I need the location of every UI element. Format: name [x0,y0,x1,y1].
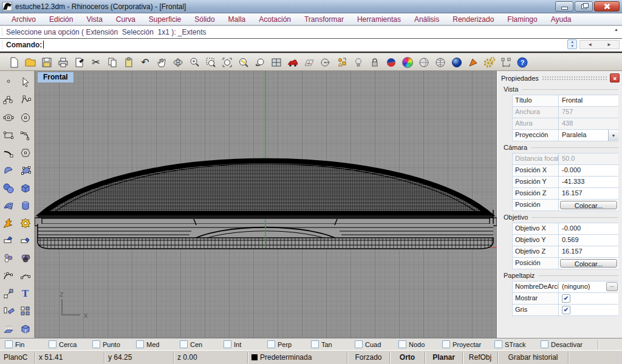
osnap-nodo[interactable]: Nodo [398,340,442,348]
gris-checkbox[interactable]: ✔ [562,306,570,314]
menu-flamingo[interactable]: Flamingo [501,15,544,24]
box-button[interactable] [17,179,33,197]
cut-button[interactable]: ✂ [88,55,104,70]
checkbox[interactable] [311,340,319,348]
split-button[interactable] [17,232,33,249]
minimize-button[interactable] [555,1,573,12]
checkbox[interactable] [442,340,450,348]
panel-close-button[interactable] [610,73,620,83]
polyline-button[interactable] [17,91,33,109]
checkbox[interactable] [224,340,231,348]
explode-button[interactable] [0,214,16,232]
command-spinner[interactable]: ▲ ▼ [567,39,577,49]
dimension-button[interactable] [498,55,514,70]
menu-archivo[interactable]: Archivo [5,15,43,24]
osnap-tan[interactable]: Tan [311,340,355,348]
osnap-strack[interactable]: STrack [494,340,541,348]
proyeccion-select[interactable]: Paralela▼ [559,130,618,141]
colocar-objetivo-button[interactable]: Colocar... [560,259,617,268]
menu-analisis[interactable]: Análisis [408,15,446,24]
paste-button[interactable] [121,55,137,70]
osnap-int[interactable]: Int [224,340,267,348]
cylinder-button[interactable] [17,197,33,214]
browse-button[interactable]: ... [606,282,618,291]
wireframe-view-button[interactable] [432,55,448,70]
menu-superficie[interactable]: Superficie [142,15,188,24]
drag-handle[interactable] [1,40,3,50]
help-button[interactable]: ? [514,55,530,70]
save-button[interactable] [39,55,55,70]
zoom-window-button[interactable] [203,55,219,70]
analyze-surface-button[interactable] [383,55,399,70]
scroll-right-icon[interactable]: ► [600,41,619,49]
menu-herramientas[interactable]: Herramientas [350,15,408,24]
polygon-button[interactable] [17,144,33,161]
checkbox[interactable] [355,340,363,348]
menu-renderizado[interactable]: Renderizado [446,15,501,24]
menu-curva[interactable]: Curva [109,15,142,24]
render-preview-button[interactable] [465,55,481,70]
osnap-cen[interactable]: Cen [180,340,224,348]
object-snap-button[interactable] [334,55,350,70]
viewport-title-tab[interactable]: Frontal [38,72,73,83]
history-scroll-up-icon[interactable]: ▲ [614,27,618,32]
array-button[interactable] [17,302,33,320]
nombre-archivo-value[interactable]: (ninguno)... [559,281,618,292]
open-file-button[interactable] [22,55,38,70]
named-views-button[interactable] [285,55,301,70]
close-button[interactable] [594,1,620,12]
sphere-button[interactable] [0,179,16,197]
trim-button[interactable] [0,232,16,249]
render-button[interactable] [449,55,465,70]
zoom-in-button[interactable] [186,55,202,70]
boolean-button[interactable] [17,214,33,232]
arc-button[interactable] [17,126,33,144]
cplane-button[interactable] [301,55,317,70]
grabar-historial-toggle[interactable]: Grabar historial [498,352,569,363]
viewport-frontal[interactable]: Frontal z x [35,71,497,338]
undo-view-button[interactable] [252,55,268,70]
properties-header[interactable]: Propiedades [501,73,620,83]
scale-button[interactable] [0,285,16,302]
rectangle-button[interactable] [0,126,16,144]
chevron-down-icon[interactable]: ▼ [608,130,618,141]
options-button[interactable] [482,55,497,70]
osnap-proyectar[interactable]: Proyectar [442,340,494,348]
forzado-toggle[interactable]: Forzado [347,352,390,363]
checkbox[interactable] [267,340,275,348]
colocar-camara-button[interactable]: Colocar... [560,201,617,209]
control-curve-button[interactable] [0,91,16,109]
surface-corners-button[interactable] [17,161,33,179]
checkbox[interactable] [398,340,406,348]
orto-toggle[interactable]: Orto [390,352,425,363]
arc-blend-button[interactable] [17,267,33,285]
osnap-cerca[interactable]: Cerca [49,340,92,348]
osnap-med[interactable]: Med [136,340,180,348]
objetivo-z-value[interactable]: 16.157 [559,246,618,257]
solid-tools-button[interactable] [17,320,33,337]
checkbox[interactable] [180,340,188,348]
checkbox[interactable] [541,340,549,348]
checkbox[interactable] [92,340,100,348]
point-cloud-button[interactable] [0,249,16,267]
objetivo-x-value[interactable]: -0.000 [559,223,618,234]
osnap-punto[interactable]: Punto [92,340,136,348]
osnap-desactivar[interactable]: Desactivar [541,340,595,348]
osnap-fin[interactable]: Fin [5,340,49,348]
menu-ayuda[interactable]: Ayuda [544,15,578,24]
extrude-button[interactable] [0,320,16,337]
refobj-toggle[interactable]: RefObj [463,352,498,363]
objetivo-y-value[interactable]: 0.569 [559,235,618,246]
checkbox[interactable] [5,340,13,348]
drag-handle[interactable] [1,27,3,37]
rotate-view-button[interactable] [170,55,186,70]
menu-malla[interactable]: Malla [222,15,253,24]
command-prompt-line[interactable]: Comando: [0,39,622,51]
mirror-button[interactable] [0,302,16,320]
zoom-extents-button[interactable] [219,55,235,70]
print-button[interactable] [55,55,71,70]
lock-button[interactable] [367,55,383,70]
select-button[interactable] [17,73,33,91]
ellipse-button[interactable] [0,109,16,126]
planar-toggle[interactable]: Planar [425,352,463,363]
